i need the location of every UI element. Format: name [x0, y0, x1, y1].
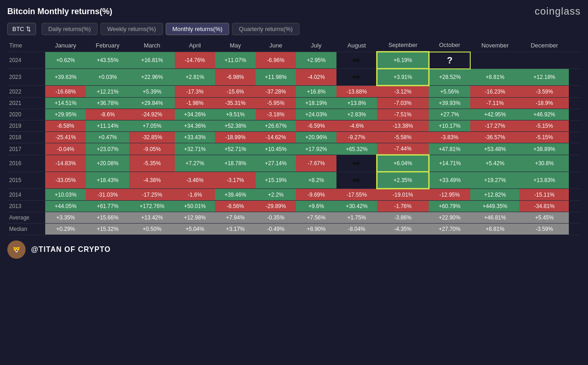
col-header-april: April — [175, 39, 215, 52]
year-cell: 2018 — [7, 132, 45, 143]
return-cell: -14.83% — [45, 155, 86, 172]
return-cell: +2.35% — [377, 172, 429, 189]
brand-logo: coinglass — [535, 5, 581, 17]
returns-table: Time January February March April May Ju… — [7, 39, 581, 235]
return-cell: -37.28% — [256, 86, 296, 98]
return-cell: -3.17% — [215, 172, 256, 189]
average-cell: +12.98% — [175, 212, 215, 224]
return-cell: -7.67% — [296, 155, 336, 172]
average-cell: -0.35% — [256, 212, 296, 224]
return-cell: +17.92% — [296, 143, 336, 155]
return-cell: ➡ — [336, 52, 377, 69]
table-header-row: Time January February March April May Ju… — [7, 39, 581, 52]
return-cell: +10.03% — [45, 189, 86, 201]
return-cell: -34.81% — [520, 201, 569, 212]
footer: 🦁 @TITAN OF CRYPTO — [0, 235, 588, 264]
return-cell: +44.05% — [45, 201, 86, 212]
return-cell: +5.56% — [429, 86, 470, 98]
table-row: 2017-0.04%+23.07%-9.05%+32.71%+52.71%+10… — [7, 143, 581, 155]
table-row: 2023+39.63%+0.03%+22.96%+2.81%-6.98%+11.… — [7, 69, 581, 86]
table-row: 2016-14.83%+20.08%-5.35%+7.27%+18.78%+27… — [7, 155, 581, 172]
return-cell: -14.62% — [256, 132, 296, 143]
return-cell: -16.23% — [470, 86, 520, 98]
tab-monthly[interactable]: Monthly returns(%) — [166, 23, 230, 35]
return-cell: -6.59% — [296, 120, 336, 132]
return-cell — [569, 52, 575, 69]
btc-selector[interactable]: BTC ⇅ — [7, 23, 36, 35]
median-cell: +15.32% — [86, 224, 129, 235]
return-cell: +33.49% — [429, 172, 470, 189]
average-cell: +7.56% — [296, 212, 336, 224]
return-cell: -8.56% — [215, 201, 256, 212]
table-row: 2015-33.05%+18.43%-4.38%-3.46%-3.17%+15.… — [7, 172, 581, 189]
return-cell: -32.85% — [129, 132, 174, 143]
year-cell: 2014 — [7, 189, 45, 201]
return-cell: +23.07% — [86, 143, 129, 155]
return-cell: +2.81% — [175, 69, 215, 86]
return-cell: -24.92% — [129, 109, 174, 120]
median-cell: +0.50% — [129, 224, 174, 235]
return-cell: +30.8% — [520, 155, 569, 172]
return-cell: -33.05% — [45, 172, 86, 189]
return-cell: -18.9% — [520, 98, 569, 109]
return-cell: +13.8% — [336, 98, 377, 109]
return-cell: +9.51% — [215, 109, 256, 120]
average-cell: +3.35% — [45, 212, 86, 224]
return-cell: +16.8% — [296, 86, 336, 98]
return-cell: +60.79% — [429, 201, 470, 212]
return-cell: +38.89% — [520, 143, 569, 155]
median-cell: +3.17% — [215, 224, 256, 235]
return-cell: -3.18% — [256, 109, 296, 120]
average-cell: +22.90% — [429, 212, 470, 224]
return-cell: +50.01% — [175, 201, 215, 212]
return-cell: -6.96% — [256, 52, 296, 69]
return-cell: -4.38% — [129, 172, 174, 189]
return-cell: +32.71% — [175, 143, 215, 155]
return-cell: +36.78% — [86, 98, 129, 109]
return-cell: -1.76% — [377, 201, 429, 212]
return-cell: +52.38% — [215, 120, 256, 132]
return-cell: +12.21% — [86, 86, 129, 98]
page-header: Bitcoin Monthly returns(%) coinglass — [0, 0, 588, 21]
return-cell: -16.68% — [45, 86, 86, 98]
return-cell: +20.96% — [296, 132, 336, 143]
return-cell: +9.6% — [296, 201, 336, 212]
table-row: 2018-25.41%+0.47%-32.85%+33.43%-18.99%-1… — [7, 132, 581, 143]
return-cell — [520, 52, 569, 69]
return-cell: -0.04% — [45, 143, 86, 155]
tab-weekly[interactable]: Weekly returns(%) — [100, 23, 163, 35]
col-header-october: October — [429, 39, 470, 52]
return-cell: +5.42% — [470, 155, 520, 172]
return-cell: -13.88% — [336, 86, 377, 98]
average-label: Average — [7, 212, 45, 224]
average-cell: +1.75% — [336, 212, 377, 224]
tab-daily[interactable]: Daily returns(%) — [42, 23, 98, 35]
return-cell: +65.32% — [336, 143, 377, 155]
median-label: Median — [7, 224, 45, 235]
return-cell: +18.19% — [296, 98, 336, 109]
median-cell: +8.81% — [470, 224, 520, 235]
return-cell: -17.3% — [175, 86, 215, 98]
return-cell: -36.57% — [470, 132, 520, 143]
return-cell: ➡ — [336, 69, 377, 86]
median-cell: +5.04% — [175, 224, 215, 235]
col-header-december: December — [520, 39, 569, 52]
return-cell: +14.71% — [429, 155, 470, 172]
return-cell: -8.58% — [45, 120, 86, 132]
return-cell: +12.18% — [520, 69, 569, 86]
average-cell: +46.81% — [470, 212, 520, 224]
return-cell: +0.47% — [86, 132, 129, 143]
table-row: 2013+44.05%+61.77%+172.76%+50.01%-8.56%-… — [7, 201, 581, 212]
col-header-may: May — [215, 39, 256, 52]
return-cell: -18.99% — [215, 132, 256, 143]
return-cell: +15.19% — [256, 172, 296, 189]
table-row: 2022-16.68%+12.21%+5.39%-17.3%-15.6%-37.… — [7, 86, 581, 98]
return-cell: +16.81% — [129, 52, 174, 69]
avatar: 🦁 — [7, 240, 26, 259]
tab-quarterly[interactable]: Quarterly returns(%) — [232, 23, 299, 35]
return-cell: +39.93% — [429, 98, 470, 109]
return-cell: +46.92% — [520, 109, 569, 120]
return-cell: +13.83% — [520, 172, 569, 189]
return-cell: +12.82% — [470, 189, 520, 201]
return-cell: -31.03% — [86, 189, 129, 201]
